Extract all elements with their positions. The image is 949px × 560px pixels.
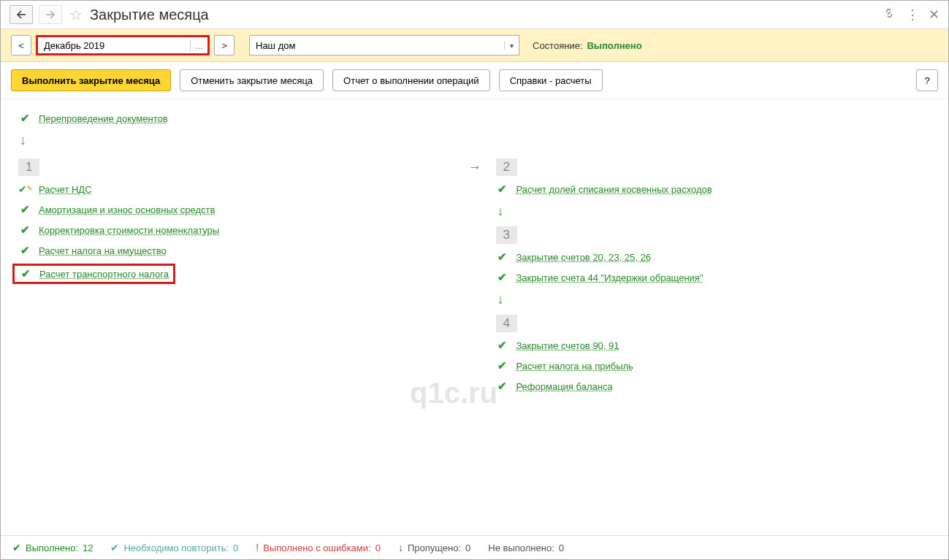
check-icon: ✔ bbox=[19, 267, 32, 280]
check-icon: ✔ bbox=[18, 203, 31, 216]
check-icon: ✔ bbox=[496, 250, 509, 264]
op-transport-tax[interactable]: Расчет транспортного налога bbox=[39, 269, 169, 280]
period-prev-button[interactable]: < bbox=[11, 35, 31, 55]
check-icon: ✔ bbox=[496, 339, 509, 352]
stage-3-header: 3 bbox=[496, 226, 517, 244]
more-icon[interactable]: ⋮ bbox=[906, 7, 918, 23]
check-icon: ✔ bbox=[18, 112, 31, 125]
arrow-down-icon: ↓ bbox=[496, 199, 931, 223]
check-icon: ✔ bbox=[110, 542, 119, 553]
check-icon: ✔ bbox=[496, 271, 509, 284]
period-input[interactable] bbox=[38, 37, 190, 53]
organization-input[interactable] bbox=[250, 36, 504, 55]
close-icon[interactable]: ✕ bbox=[929, 7, 940, 23]
stage-1-header: 1 bbox=[18, 158, 39, 176]
arrow-down-icon: ↓ bbox=[398, 542, 403, 553]
report-button[interactable]: Отчет о выполнении операций bbox=[332, 69, 490, 91]
stat-repeat: ✔ Необходимо повторить: 0 bbox=[110, 542, 238, 553]
help-button[interactable]: ? bbox=[916, 69, 938, 91]
references-button[interactable]: Справки - расчеты bbox=[499, 69, 603, 91]
op-depreciation[interactable]: Амортизация и износ основных средств bbox=[39, 204, 215, 215]
stat-errors: ! Выполнено с ошибками: 0 bbox=[256, 542, 381, 553]
op-reposting[interactable]: Перепроведение документов bbox=[39, 113, 168, 124]
nav-forward-button[interactable] bbox=[39, 5, 62, 24]
op-property-tax[interactable]: Расчет налога на имущество bbox=[39, 245, 167, 256]
check-icon: ✔ bbox=[496, 359, 509, 372]
stage-4-header: 4 bbox=[496, 315, 517, 332]
status-label: Состояние: bbox=[533, 40, 582, 51]
op-vat[interactable]: Расчет НДС bbox=[39, 184, 92, 195]
nav-back-button[interactable] bbox=[9, 5, 33, 24]
check-icon: ✔ bbox=[12, 542, 21, 553]
check-icon: ✔ bbox=[496, 380, 509, 393]
check-edit-icon: ✔✎ bbox=[18, 183, 31, 195]
highlighted-operation: ✔ Расчет транспортного налога bbox=[12, 264, 175, 284]
organization-field[interactable]: ▾ bbox=[249, 35, 519, 55]
stat-done: ✔ Выполнено: 12 bbox=[12, 542, 93, 553]
op-close-44[interactable]: Закрытие счета 44 "Издержки обращения" bbox=[517, 272, 704, 283]
period-next-button[interactable]: > bbox=[214, 35, 235, 55]
arrow-down-icon: ↓ bbox=[496, 288, 931, 312]
warning-icon: ! bbox=[256, 542, 259, 553]
link-icon[interactable] bbox=[883, 7, 896, 23]
status-value: Выполнено bbox=[587, 40, 641, 51]
period-field[interactable]: ... bbox=[36, 35, 210, 55]
execute-button[interactable]: Выполнить закрытие месяца bbox=[11, 69, 171, 91]
favorite-icon[interactable]: ☆ bbox=[68, 7, 84, 23]
cancel-button[interactable]: Отменить закрытие месяца bbox=[180, 69, 324, 91]
check-icon: ✔ bbox=[496, 183, 509, 196]
period-picker-button[interactable]: ... bbox=[190, 40, 207, 51]
check-icon: ✔ bbox=[18, 244, 31, 257]
arrow-down-icon: ↓ bbox=[18, 129, 931, 153]
page-title: Закрытие месяца bbox=[90, 7, 877, 23]
arrow-right-icon: → bbox=[468, 160, 481, 175]
stat-notdone: Не выполнено: 0 bbox=[488, 542, 564, 553]
op-balance-reform[interactable]: Реформация баланса bbox=[517, 381, 613, 392]
op-profit-tax[interactable]: Расчет налога на прибыль bbox=[517, 361, 633, 372]
organization-dropdown-button[interactable]: ▾ bbox=[504, 42, 519, 50]
op-indirect-costs[interactable]: Расчет долей списания косвенных расходов bbox=[517, 184, 712, 195]
op-close-90-91[interactable]: Закрытие счетов 90, 91 bbox=[517, 340, 620, 351]
op-close-20-23-25-26[interactable]: Закрытие счетов 20, 23, 25, 26 bbox=[517, 252, 651, 263]
stage-2-header: 2 bbox=[496, 158, 517, 176]
op-cost-adjustment[interactable]: Корректировка стоимости номенклатуры bbox=[39, 225, 219, 236]
stat-skipped: ↓ Пропущено: 0 bbox=[398, 542, 470, 553]
check-icon: ✔ bbox=[18, 223, 31, 237]
